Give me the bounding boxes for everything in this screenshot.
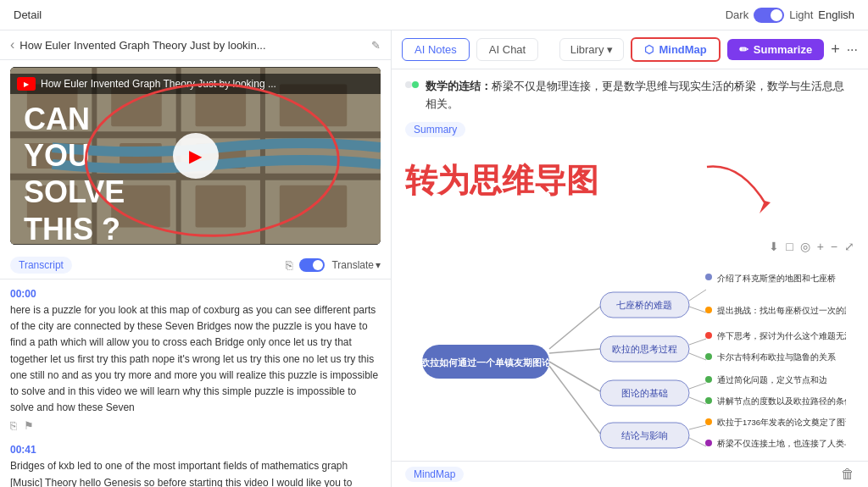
svg-text:卡尔古特利布欧拉与隐鲁的关系: 卡尔古特利布欧拉与隐鲁的关系 — [717, 352, 836, 362]
plus-button[interactable]: + — [831, 41, 840, 58]
mindmap-area: 欧拉如何通过一个单镇友期图论 七座桥的难题 介绍了科克斯堡的地图和七座桥 — [405, 260, 854, 461]
transcript-bar: Transcript ⎘ Translate ▾ — [0, 252, 391, 279]
svg-line-35 — [689, 383, 706, 389]
center-label: 欧拉如何通过一个单镇友期图论 — [420, 357, 552, 368]
mindmap-icon: ⬡ — [644, 43, 654, 56]
right-panel: AI Notes AI Chat Library ▾ ⬡ MindMap ✏ S… — [392, 30, 868, 487]
mindmap-svg: 欧拉如何通过一个单镇友期图论 七座桥的难题 介绍了科克斯堡的地图和七座桥 — [405, 260, 846, 461]
theme-toggle[interactable] — [754, 8, 784, 23]
mm-fullscreen-icon[interactable]: □ — [786, 240, 793, 253]
svg-line-23 — [689, 290, 706, 301]
video-big-text: CAN YOU SOLVE THIS ? — [24, 101, 125, 245]
transcript-controls: ⎘ Translate ▾ — [286, 258, 381, 272]
dark-label: Dark — [726, 8, 748, 21]
svg-text:介绍了科克斯堡的地图和七座桥: 介绍了科克斯堡的地图和七座桥 — [717, 274, 836, 283]
trash-icon[interactable]: 🗑 — [841, 467, 854, 482]
summarize-button[interactable]: ✏ Summarize — [727, 39, 824, 60]
svg-text:通过简化问题，定义节点和边: 通过简化问题，定义节点和边 — [717, 375, 827, 385]
mindmap-bottom-tag[interactable]: MindMap — [405, 467, 464, 482]
svg-text:讲解节点的度数以及欧拉路径的条件: 讲解节点的度数以及欧拉路径的条件 — [717, 396, 846, 406]
library-label: Library — [570, 43, 604, 56]
mindmap-toolbar: ⬇ □ ◎ + − ⤢ — [405, 236, 854, 257]
svg-text:桥梁不仅连接土地，也连接了人类与图论的关系: 桥梁不仅连接土地，也连接了人类与图论的关系 — [716, 439, 846, 448]
summarize-icon: ✏ — [739, 43, 748, 56]
mm-plus-icon[interactable]: + — [817, 240, 824, 253]
breadcrumb: ‹ How Euler Invented Graph Theory Just b… — [0, 30, 391, 60]
breadcrumb-title: How Euler Invented Graph Theory Just by … — [19, 39, 366, 52]
mindmap-button[interactable]: ⬡ MindMap — [631, 37, 720, 62]
flag-icon[interactable]: ⚑ — [24, 419, 34, 432]
svg-rect-16 — [280, 185, 347, 228]
translate-label[interactable]: Translate ▾ — [331, 259, 381, 271]
svg-marker-18 — [760, 201, 771, 213]
mindmap-label: MindMap — [659, 43, 706, 56]
svg-rect-15 — [196, 185, 247, 228]
topbar-right: Dark Light English — [726, 8, 854, 23]
svg-text:提出挑战：找出每座桥仅过一次的路径: 提出挑战：找出每座桥仅过一次的路径 — [717, 306, 846, 315]
note-bullet: 数学的连结：桥梁不仅是物理连接，更是数学思维与现实生活的桥梁，数学与生活息息相关… — [405, 78, 854, 113]
transcript-block-0: 00:00 here is a puzzle for you look at t… — [10, 288, 381, 432]
svg-text:停下思考，探讨为什么这个难题无法解决: 停下思考，探讨为什么这个难题无法解决 — [717, 331, 846, 340]
library-button[interactable]: Library ▾ — [559, 38, 625, 61]
bullet-indicator — [405, 81, 412, 88]
transcript-content[interactable]: 00:00 here is a puzzle for you look at t… — [0, 279, 391, 487]
transcript-badge[interactable]: Transcript — [10, 257, 72, 274]
mm-expand-icon[interactable]: ⤢ — [844, 240, 854, 253]
node-2-label: 欧拉的思考过程 — [612, 344, 677, 354]
transcript-icons-0: ⎘ ⚑ — [10, 419, 381, 432]
node-1-label: 七座桥的难题 — [616, 300, 672, 310]
node-4-label: 结论与影响 — [621, 430, 668, 440]
main-layout: ‹ How Euler Invented Graph Theory Just b… — [0, 30, 868, 487]
edit-icon[interactable]: ✎ — [371, 39, 381, 52]
svg-line-41 — [689, 425, 706, 429]
red-arrow-svg — [698, 158, 775, 218]
timestamp-1[interactable]: 00:41 — [10, 444, 381, 456]
mm-download-icon[interactable]: ⬇ — [769, 240, 779, 253]
svg-rect-27 — [705, 307, 712, 313]
play-button[interactable]: ▶ — [173, 133, 219, 179]
mm-target-icon[interactable]: ◎ — [800, 240, 810, 253]
youtube-icon — [17, 77, 36, 91]
transcript-block-1: 00:41 Bridges of kxb led to one of the m… — [10, 444, 381, 487]
transcript-text-1: Bridges of kxb led to one of the most im… — [10, 458, 381, 487]
right-content[interactable]: 数学的连结：桥梁不仅是物理连接，更是数学思维与现实生活的桥梁，数学与生活息息相关… — [392, 69, 868, 461]
light-label: Light — [789, 8, 813, 21]
transcript-text-0: here is a puzzle for you look at this ma… — [10, 302, 381, 416]
svg-text:欧拉于1736年发表的论文奠定了图论的基础: 欧拉于1736年发表的论文奠定了图论的基础 — [717, 418, 846, 427]
topbar: Detail Dark Light English — [0, 0, 868, 30]
svg-rect-31 — [705, 332, 712, 339]
svg-line-30 — [689, 353, 706, 360]
video-title-overlay: How Euler Invented Graph Theory Just by … — [10, 74, 381, 94]
svg-rect-33 — [705, 353, 712, 360]
left-panel: ‹ How Euler Invented Graph Theory Just b… — [0, 30, 392, 487]
video-title-text: How Euler Invented Graph Theory Just by … — [41, 78, 374, 90]
summarize-label: Summarize — [754, 43, 812, 56]
svg-line-29 — [689, 339, 706, 345]
auto-translate-toggle[interactable] — [299, 258, 325, 272]
ai-chat-tab[interactable]: AI Chat — [476, 38, 538, 61]
svg-rect-37 — [705, 376, 712, 383]
video-thumbnail: How Euler Invented Graph Theory Just by … — [10, 67, 381, 245]
mm-minus-icon[interactable]: − — [831, 240, 837, 253]
svg-line-36 — [689, 397, 706, 404]
copy-icon[interactable]: ⎘ — [286, 258, 292, 272]
more-button[interactable]: ··· — [847, 42, 858, 58]
svg-line-19 — [549, 307, 600, 349]
back-arrow[interactable]: ‹ — [10, 37, 14, 53]
svg-line-20 — [549, 349, 600, 353]
svg-rect-43 — [705, 418, 712, 425]
svg-rect-39 — [705, 397, 712, 404]
library-chevron: ▾ — [607, 43, 613, 56]
bottom-bar: MindMap 🗑 — [392, 461, 868, 487]
bullet-dot — [412, 81, 419, 88]
summary-tag[interactable]: Summary — [405, 122, 465, 137]
detail-label: Detail — [14, 8, 42, 21]
svg-rect-25 — [705, 274, 712, 280]
svg-line-42 — [689, 438, 706, 446]
lang-button[interactable]: English — [818, 8, 854, 21]
ai-notes-tab[interactable]: AI Notes — [402, 38, 470, 61]
timestamp-0[interactable]: 00:00 — [10, 288, 381, 300]
note-bold: 数学的连结： — [426, 80, 492, 92]
copy-text-icon[interactable]: ⎘ — [10, 419, 17, 432]
svg-line-24 — [689, 307, 706, 313]
